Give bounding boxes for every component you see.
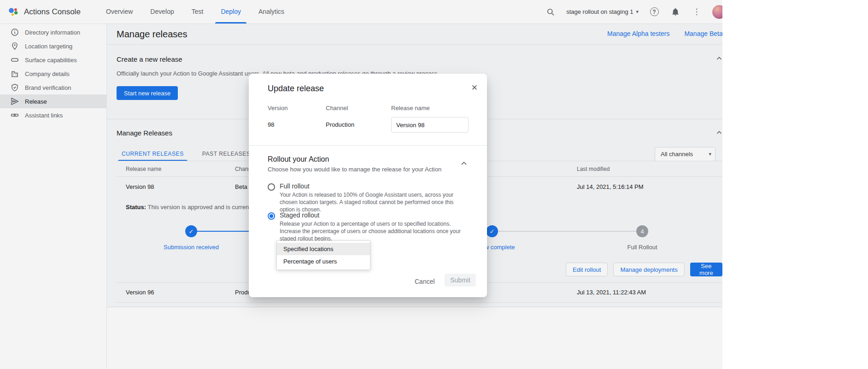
- app-root: Actions Console Overview Develop Test De…: [0, 0, 722, 369]
- cancel-button[interactable]: Cancel: [410, 275, 440, 288]
- option-label: Staged rollout: [280, 211, 466, 219]
- version-value: 98: [268, 121, 274, 128]
- chevron-up-icon[interactable]: [459, 159, 469, 168]
- option-label: Full rollout: [280, 182, 466, 190]
- release-name-input[interactable]: [391, 117, 469, 133]
- rollout-type-menu: Specified locations Percentage of users: [276, 240, 370, 270]
- divider: [249, 145, 487, 146]
- menu-item-specified-locations[interactable]: Specified locations: [277, 243, 370, 255]
- rollout-section-title: Rollout your Action: [268, 155, 329, 164]
- menu-item-percentage-of-users[interactable]: Percentage of users: [277, 255, 370, 268]
- release-name-label: Release name: [391, 105, 430, 111]
- update-release-dialog: Update release ✕ Version Channel Release…: [249, 74, 487, 297]
- rollout-section-subtitle: Choose how you would like to manage the …: [268, 166, 441, 173]
- close-icon[interactable]: ✕: [471, 83, 478, 93]
- version-label: Version: [268, 105, 287, 111]
- dialog-title: Update release: [268, 84, 324, 94]
- submit-button[interactable]: Submit: [445, 274, 476, 287]
- channel-label: Channel: [326, 105, 348, 111]
- radio-checked-icon[interactable]: [268, 212, 275, 220]
- channel-value: Production: [326, 121, 354, 128]
- option-description: Release your Action to a percentage of u…: [280, 220, 466, 242]
- rollout-option-staged[interactable]: Staged rollout Release your Action to a …: [268, 211, 470, 242]
- rollout-option-full[interactable]: Full rollout Your Action is released to …: [268, 182, 470, 213]
- radio-unchecked-icon[interactable]: [268, 183, 275, 191]
- option-description: Your Action is released to 100% of Googl…: [280, 191, 466, 213]
